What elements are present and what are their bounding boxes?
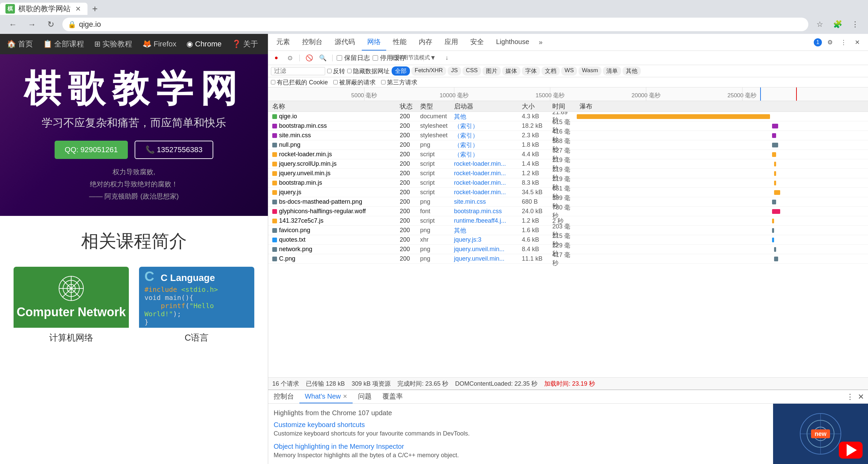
hide-data-url-checkbox[interactable]: 隐藏数据网址 [347,67,390,75]
invert-checkbox[interactable]: 反转 [327,67,345,75]
menu-button[interactable]: ⋮ [848,17,863,32]
bottom-tab-issues[interactable]: 问题 [353,390,377,403]
back-button[interactable]: ← [5,17,20,32]
download-icon[interactable]: ↓ [441,53,452,63]
nav-home[interactable]: 🏠 首页 [7,39,33,49]
row-type: png [417,227,451,234]
header-initiator[interactable]: 启动器 [451,102,519,111]
timeline-cursor-dom [760,87,761,101]
stop-button[interactable]: ⊙ [284,53,295,63]
whats-new-title-1[interactable]: Customize keyboard shortcuts [274,421,768,429]
filter-css[interactable]: CSS [462,66,481,76]
whats-new-video[interactable]: new [773,404,868,464]
tab-network[interactable]: 网络 [362,34,386,51]
row-name: null.png [268,141,397,148]
table-row[interactable]: C.png 200 png jquery.unveil.min... 11.1 … [268,254,868,264]
nav-actions: ☆ 🧩 ⋮ [812,17,863,32]
bottom-tab-console[interactable]: 控制台 [268,390,299,403]
row-size: 24.0 kB [519,208,550,215]
course-image-c: C C Language #include <stdio.h> void mai… [139,267,254,328]
tab-memory[interactable]: 内存 [413,34,438,51]
phone-button[interactable]: 📞 13527556383 [135,141,213,159]
third-party-checkbox[interactable]: 第三方请求 [381,78,417,86]
search-button[interactable]: 🔍 [317,53,328,63]
more-options-icon[interactable]: ⋮ [838,37,849,48]
waterfall-bar [774,171,776,176]
reload-button[interactable]: ↻ [43,17,58,32]
nav-about[interactable]: ❓ 关于 [232,39,258,49]
nav-firefox[interactable]: 🦊 Firefox [142,40,176,48]
filter-all[interactable]: 全部 [392,66,410,76]
row-waterfall [577,207,868,216]
nav-lab[interactable]: ⊞ 实验教程 [94,39,132,49]
header-waterfall[interactable]: 瀑布 [577,102,868,111]
row-type: script [417,160,451,167]
bottom-tabs-right: ⋮ ✕ [846,392,868,401]
bottom-tab-whats-new[interactable]: What's New ✕ [299,390,353,403]
online-dropdown[interactable]: 已停用节流模式 ▼ [409,53,419,63]
youtube-play-button[interactable] [839,442,863,459]
header-time[interactable]: 时间 [550,102,577,111]
tab-lighthouse[interactable]: Lighthouse [491,34,535,51]
whats-new-title-2[interactable]: Object highlighting in the Memory Inspec… [274,443,768,450]
nav-all-courses[interactable]: 📋 全部课程 [43,39,84,49]
row-initiator: （索引） [451,122,519,130]
filter-other[interactable]: 其他 [623,66,641,76]
active-tab[interactable]: 棋 棋歌的教学网站 ✕ [0,3,87,15]
row-type: xhr [417,236,451,243]
row-type: font [417,208,451,215]
settings-icon[interactable]: ⚙ [825,37,835,48]
header-size[interactable]: 大小 [519,102,550,111]
bookmark-star-icon[interactable]: ☆ [812,17,827,32]
tab-application[interactable]: 应用 [439,34,463,51]
devtools-header-icons: 1 ⚙ ⋮ ✕ [814,37,865,48]
file-type-icon [272,162,277,166]
tab-title: 棋歌的教学网站 [18,4,71,14]
filter-media[interactable]: 媒体 [502,66,520,76]
filter-input[interactable] [271,67,325,75]
record-button[interactable]: ● [271,53,282,63]
whats-new-close-icon[interactable]: ✕ [343,393,347,400]
filter-font[interactable]: 字体 [522,66,540,76]
nav-chrome[interactable]: ◉ Chrome [186,40,221,48]
filter-fetch-xhr[interactable]: Fetch/XHR [411,66,446,76]
tab-performance[interactable]: 性能 [388,34,412,51]
forward-button[interactable]: → [24,17,39,32]
upload-icon[interactable]: ↑ [428,53,439,63]
row-status: 200 [397,236,417,243]
filter-manifest[interactable]: 清单 [603,66,621,76]
header-name[interactable]: 名称 [268,102,397,111]
course-card-c[interactable]: C C Language #include <stdio.h> void mai… [139,267,254,348]
tab-close-button[interactable]: ✕ [74,5,82,13]
cn-card-label: 计算机网络 [14,328,129,348]
tab-sources[interactable]: 源代码 [329,34,360,51]
clear-button[interactable]: 🚫 [304,53,315,63]
filter-doc[interactable]: 文档 [541,66,560,76]
tab-security[interactable]: 安全 [465,34,489,51]
filter-js[interactable]: JS [448,66,461,76]
filter-wasm[interactable]: Wasm [578,66,601,76]
address-bar[interactable]: 🔒 qige.io [62,18,808,31]
qq-button[interactable]: QQ: 929051261 [55,141,128,159]
header-status[interactable]: 状态 [397,102,417,111]
table-row[interactable]: glyphicons-halflings-regular.woff 200 fo… [268,207,868,216]
filter-ws[interactable]: WS [561,66,577,76]
course-card-cn[interactable]: Computer Network 计算机网络 [14,267,129,348]
blocked-requests-checkbox[interactable]: 被屏蔽的请求 [333,78,376,86]
site-nav: 🏠 首页 📋 全部课程 ⊞ 实验教程 🦊 Firefox ◉ Chrome ❓ [0,34,268,54]
preserve-log-checkbox[interactable]: 保留日志 [337,54,370,62]
bottom-tab-coverage[interactable]: 覆盖率 [377,390,408,403]
close-devtools-icon[interactable]: ✕ [852,37,863,48]
bottom-panel-menu-icon[interactable]: ⋮ [846,392,854,401]
bottom-panel-close-icon[interactable]: ✕ [858,392,864,401]
header-type[interactable]: 类型 [417,102,451,111]
new-tab-button[interactable]: + [87,3,102,15]
filter-img[interactable]: 图片 [482,66,501,76]
more-tabs-button[interactable]: » [536,38,545,46]
blocked-cookies-checkbox[interactable]: 有已拦截的 Cookie [271,78,328,86]
extensions-icon[interactable]: 🧩 [830,17,845,32]
row-waterfall [577,245,868,254]
tab-console[interactable]: 控制台 [297,34,328,51]
play-icon[interactable] [839,442,863,459]
tab-elements[interactable]: 元素 [271,34,295,51]
